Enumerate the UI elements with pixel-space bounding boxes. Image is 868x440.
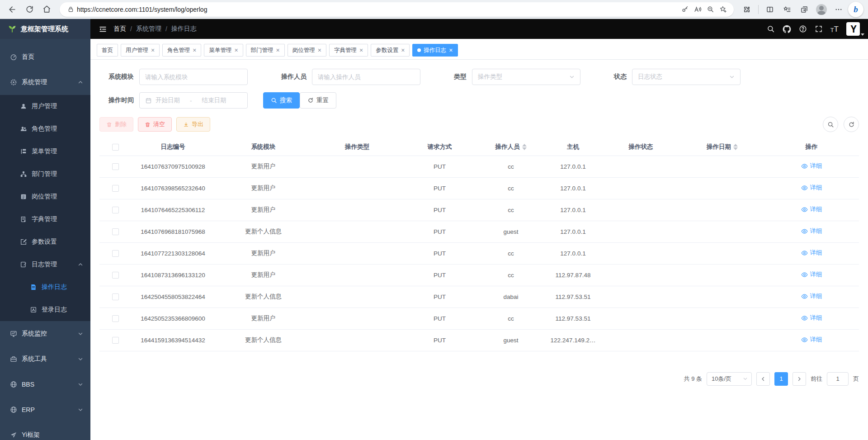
row-checkbox[interactable] <box>112 315 119 322</box>
date-range-picker[interactable]: 开始日期 - 结束日期 <box>139 92 248 109</box>
row-checkbox[interactable] <box>112 250 119 257</box>
export-button[interactable]: 导出 <box>176 117 210 132</box>
breadcrumb-system[interactable]: 系统管理 <box>136 25 161 33</box>
back-icon[interactable] <box>5 2 20 17</box>
close-icon[interactable]: × <box>318 47 321 53</box>
split-screen-icon[interactable] <box>762 2 778 17</box>
sidebar-item-roles[interactable]: 角色管理 <box>0 118 90 140</box>
search-button[interactable]: 搜索 <box>263 92 300 109</box>
home-icon[interactable] <box>39 2 54 17</box>
extensions-icon[interactable] <box>739 2 755 17</box>
close-icon[interactable]: × <box>151 47 155 53</box>
tag-operation-log[interactable]: 操作日志× <box>412 44 458 57</box>
sidebar-item-erp[interactable]: ERP <box>0 397 90 422</box>
detail-link[interactable]: 详细 <box>801 336 822 344</box>
close-icon[interactable]: × <box>449 47 453 53</box>
detail-link[interactable]: 详细 <box>801 270 822 279</box>
sidebar-item-parameters[interactable]: 参数设置 <box>0 231 90 253</box>
more-menu-icon[interactable] <box>831 2 846 17</box>
tag-menus[interactable]: 菜单管理× <box>204 44 243 57</box>
sidebar-item-posts[interactable]: 岗位管理 <box>0 185 90 208</box>
page-size-select[interactable]: 10条/页 <box>707 372 752 386</box>
close-icon[interactable]: × <box>193 47 196 53</box>
browser-profile-avatar[interactable] <box>814 2 829 17</box>
collapse-sidebar-icon[interactable] <box>99 25 107 33</box>
sort-icons[interactable] <box>522 144 527 150</box>
row-checkbox[interactable] <box>112 185 119 192</box>
url-input[interactable] <box>77 6 679 13</box>
sidebar-item-home[interactable]: 首页 <box>0 44 90 70</box>
row-checkbox[interactable] <box>112 163 119 170</box>
detail-link[interactable]: 详细 <box>801 314 822 322</box>
zoom-out-icon[interactable] <box>704 3 717 16</box>
refresh-table-button[interactable] <box>844 117 859 132</box>
close-icon[interactable]: × <box>359 47 363 53</box>
address-bar[interactable] <box>60 2 734 17</box>
tag-dictionaries[interactable]: 字典管理× <box>329 44 368 57</box>
sidebar-item-tools[interactable]: 系统工具 <box>0 346 90 372</box>
search-icon[interactable] <box>767 25 775 33</box>
sidebar-item-users[interactable]: 用户管理 <box>0 95 90 118</box>
status-select[interactable]: 日志状态 <box>632 69 741 85</box>
detail-link[interactable]: 详细 <box>801 162 822 170</box>
tag-posts[interactable]: 岗位管理× <box>288 44 326 57</box>
close-icon[interactable]: × <box>401 47 405 53</box>
sidebar-item-logs[interactable]: 日志管理 <box>0 253 90 276</box>
type-select[interactable]: 操作类型 <box>472 69 580 85</box>
row-checkbox[interactable] <box>112 293 119 300</box>
next-page-button[interactable] <box>793 372 806 386</box>
password-key-icon[interactable] <box>679 3 691 16</box>
detail-link[interactable]: 详细 <box>801 205 822 213</box>
bing-copilot-icon[interactable]: b <box>848 2 863 17</box>
clear-button[interactable]: 清空 <box>138 117 172 132</box>
page-number-button[interactable]: 1 <box>774 372 788 386</box>
sidebar-item-bbs[interactable]: BBS <box>0 372 90 397</box>
sidebar-item-operation-log[interactable]: 操作日志 <box>0 276 90 298</box>
close-icon[interactable]: × <box>234 47 238 53</box>
read-aloud-icon[interactable] <box>691 3 704 16</box>
delete-button[interactable]: 删除 <box>99 117 133 132</box>
tag-users[interactable]: 用户管理× <box>121 44 160 57</box>
operator-input[interactable] <box>318 74 415 80</box>
refresh-icon[interactable] <box>22 2 37 17</box>
help-icon[interactable] <box>799 25 807 33</box>
sidebar-item-system[interactable]: 系统管理 <box>0 70 90 95</box>
font-size-icon[interactable]: TT <box>830 25 839 33</box>
col-date[interactable]: 操作日期 <box>680 138 764 156</box>
sidebar-item-departments[interactable]: 部门管理 <box>0 163 90 185</box>
show-search-button[interactable] <box>823 117 838 132</box>
row-checkbox[interactable] <box>112 207 119 213</box>
detail-link[interactable]: 详细 <box>801 249 822 257</box>
prev-page-button[interactable] <box>756 372 770 386</box>
add-favorite-icon[interactable] <box>717 3 729 16</box>
detail-link[interactable]: 详细 <box>801 292 822 300</box>
tag-departments[interactable]: 部门管理× <box>246 44 285 57</box>
module-input[interactable] <box>145 74 242 80</box>
close-icon[interactable]: × <box>276 47 280 53</box>
tag-parameters[interactable]: 参数设置× <box>371 44 410 57</box>
sort-icons[interactable] <box>733 144 738 150</box>
tag-home[interactable]: 首页 <box>97 44 118 57</box>
row-checkbox[interactable] <box>112 272 119 279</box>
sidebar-item-yi-framework[interactable]: Yi框架 <box>0 422 90 440</box>
breadcrumb: 首页 / 系统管理 / 操作日志 <box>113 25 197 33</box>
col-operator[interactable]: 操作人员 <box>477 138 545 156</box>
sidebar-item-dictionaries[interactable]: 字典管理 <box>0 208 90 231</box>
github-icon[interactable] <box>783 25 791 33</box>
row-checkbox[interactable] <box>112 228 119 235</box>
user-avatar[interactable]: Y <box>846 22 860 36</box>
detail-link[interactable]: 详细 <box>801 227 822 235</box>
reset-button[interactable]: 重置 <box>300 92 336 109</box>
collections-icon[interactable] <box>797 2 812 17</box>
detail-link[interactable]: 详细 <box>801 184 822 192</box>
fullscreen-icon[interactable] <box>815 25 823 33</box>
select-all-checkbox[interactable] <box>112 144 119 151</box>
breadcrumb-home[interactable]: 首页 <box>113 25 126 33</box>
favorites-bar-icon[interactable] <box>779 2 795 17</box>
sidebar-item-monitor[interactable]: 系统监控 <box>0 321 90 346</box>
sidebar-item-login-log[interactable]: 登录日志 <box>0 298 90 321</box>
goto-page-input[interactable] <box>827 372 849 386</box>
sidebar-item-menus[interactable]: 菜单管理 <box>0 140 90 163</box>
row-checkbox[interactable] <box>112 337 119 344</box>
tag-roles[interactable]: 角色管理× <box>162 44 201 57</box>
